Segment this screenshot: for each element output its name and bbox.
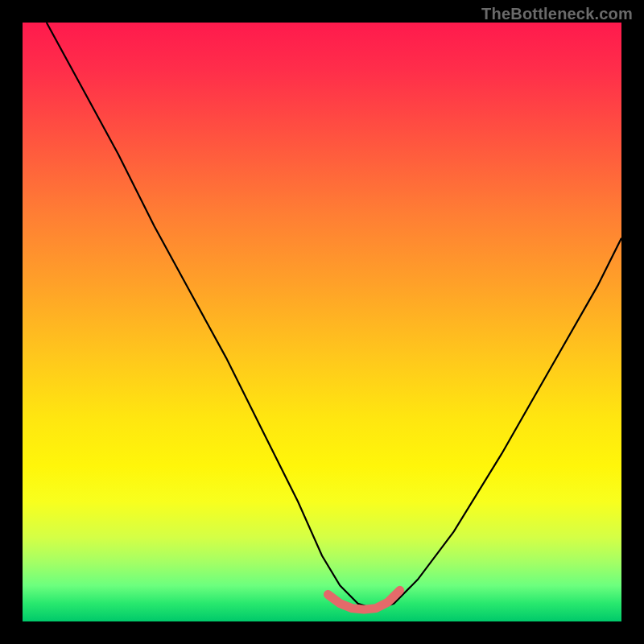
curve-layer xyxy=(23,23,621,621)
plot-area xyxy=(23,23,621,621)
chart-frame: TheBottleneck.com xyxy=(0,0,644,644)
bottleneck-curve xyxy=(47,23,621,609)
watermark-text: TheBottleneck.com xyxy=(481,5,633,23)
optimal-band xyxy=(328,590,399,609)
